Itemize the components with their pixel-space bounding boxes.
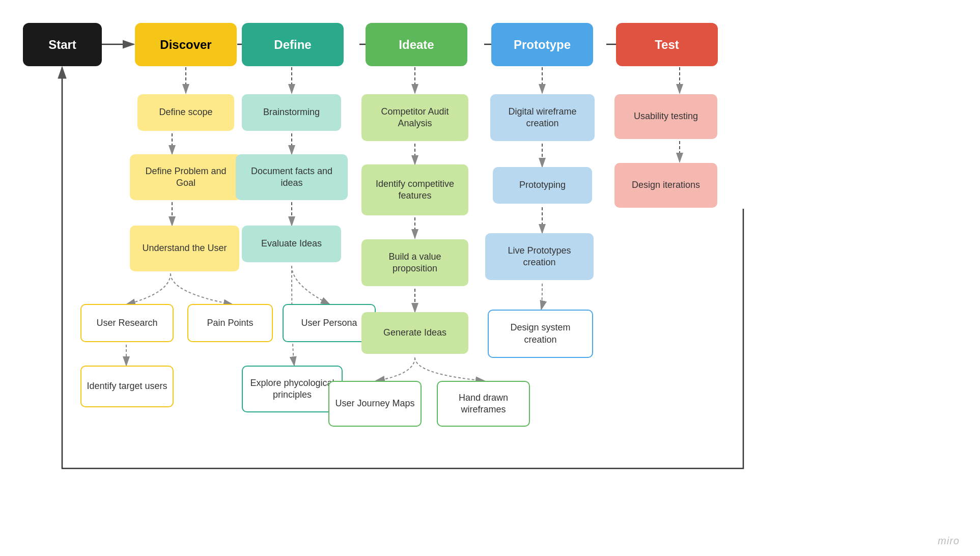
node-define-problem: Define Problem and Goal: [130, 154, 242, 200]
node-design-system: Design system creation: [488, 310, 593, 358]
node-user-journey: User Journey Maps: [328, 381, 422, 427]
node-identify-target: Identify target users: [80, 366, 174, 407]
node-design-iterations: Design iterations: [614, 163, 717, 208]
node-user-research: User Research: [80, 304, 174, 342]
node-define-scope: Define scope: [137, 94, 234, 131]
stage-ideate: Ideate: [366, 23, 467, 66]
node-brainstorming: Brainstorming: [242, 94, 341, 131]
node-generate-ideas: Generate Ideas: [361, 312, 468, 354]
stage-test: Test: [616, 23, 718, 66]
diagram-canvas: Start Discover Define Ideate Prototype T…: [0, 0, 980, 556]
node-evaluate-ideas: Evaluate Ideas: [242, 226, 341, 262]
node-hand-drawn: Hand drawn wireframes: [437, 381, 530, 427]
node-build-value: Build a value proposition: [361, 239, 468, 286]
stage-define: Define: [242, 23, 344, 66]
miro-watermark: miro: [938, 535, 960, 547]
stage-discover: Discover: [135, 23, 237, 66]
node-understand-user: Understand the User: [130, 226, 239, 271]
node-usability-testing: Usability testing: [614, 94, 717, 139]
node-document-facts: Document facts and ideas: [236, 154, 348, 200]
stage-prototype: Prototype: [491, 23, 593, 66]
node-explore-phyco: Explore phycological principles: [242, 366, 343, 412]
node-prototyping: Prototyping: [493, 167, 592, 204]
node-digital-wireframe: Digital wireframe creation: [490, 94, 595, 141]
node-competitor-audit: Competitor Audit Analysis: [361, 94, 468, 141]
node-identify-comp: Identify competitive features: [361, 164, 468, 215]
node-pain-points: Pain Points: [187, 304, 273, 342]
stage-start: Start: [23, 23, 102, 66]
node-live-prototypes: Live Prototypes creation: [485, 233, 594, 280]
